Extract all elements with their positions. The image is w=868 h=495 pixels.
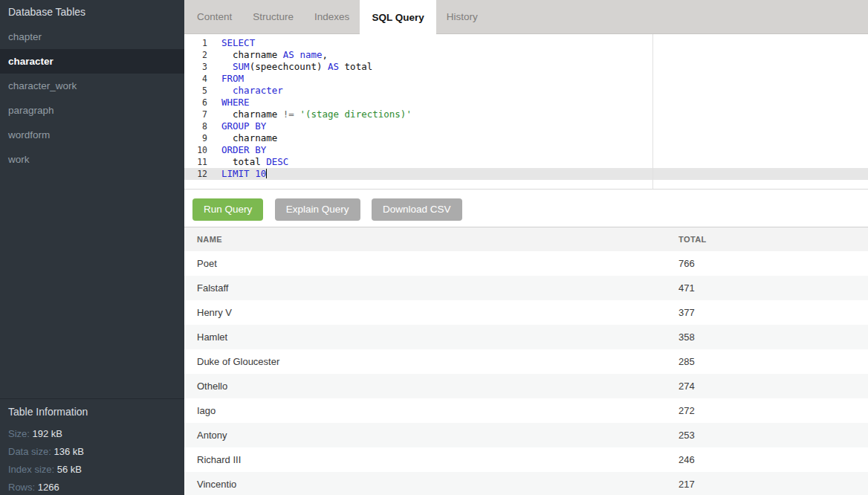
cell-name: Iago [184, 398, 666, 423]
code-text: ORDER BY [214, 144, 266, 156]
line-number: 2 [184, 49, 214, 61]
cell-name: Henry V [184, 300, 666, 325]
table-info-title: Table Information [8, 406, 176, 418]
table-row[interactable]: Henry V377 [184, 300, 868, 325]
cell-name: Hamlet [184, 325, 666, 349]
code-token: GROUP BY [221, 120, 266, 132]
sidebar-title: Database Tables [0, 0, 184, 25]
code-token: '(stage directions)' [299, 109, 412, 120]
line-number: 4 [184, 73, 214, 85]
table-row[interactable]: Vincentio217 [184, 472, 868, 495]
code-token: AS [283, 49, 294, 60]
line-number: 11 [184, 156, 214, 168]
cell-name: Duke of Gloucester [184, 349, 666, 374]
stat-label: Rows: [8, 482, 38, 493]
line-number: 10 [184, 144, 214, 156]
editor-line: 11 total DESC [184, 156, 868, 168]
stat-line: Data size: 136 kB [8, 443, 176, 461]
code-token: name [299, 49, 322, 60]
table-row[interactable]: Richard III246 [184, 447, 868, 472]
results-section: NAME TOTAL Poet766Falstaff471Henry V377H… [184, 227, 868, 495]
download-csv-button[interactable]: Download CSV [372, 198, 462, 221]
table-info-stats: Size: 192 kBData size: 136 kBIndex size:… [8, 425, 176, 495]
code-token: charname [221, 132, 277, 143]
editor-line: 1SELECT [184, 37, 868, 49]
code-text: character [214, 85, 283, 97]
line-number: 12 [184, 168, 214, 180]
main-panel: ContentStructureIndexesSQL QueryHistory … [184, 0, 868, 495]
editor-line: 6WHERE [184, 97, 868, 109]
cell-total: 217 [666, 472, 868, 495]
text-cursor [266, 169, 267, 178]
run-query-button[interactable]: Run Query [192, 198, 263, 221]
code-token: charname [221, 109, 283, 120]
cell-name: Antony [184, 423, 666, 447]
line-number: 9 [184, 132, 214, 144]
tab-bar: ContentStructureIndexesSQL QueryHistory [184, 0, 868, 34]
tab-content[interactable]: Content [187, 0, 242, 33]
code-token: LIMIT [221, 168, 250, 179]
code-text: SUM(speechcount) AS total [214, 61, 372, 73]
code-token: charname [221, 49, 283, 60]
code-token: total [339, 61, 372, 72]
cell-total: 272 [666, 398, 868, 423]
sidebar-item-character_work[interactable]: character_work [0, 74, 184, 98]
code-text: SELECT [214, 37, 255, 49]
cell-total: 471 [666, 276, 868, 300]
table-row[interactable]: Duke of Gloucester285 [184, 349, 868, 374]
code-token [221, 61, 233, 72]
table-row[interactable]: Iago272 [184, 398, 868, 423]
column-header-name[interactable]: NAME [184, 227, 666, 251]
sidebar-item-wordform[interactable]: wordform [0, 123, 184, 147]
editor-line: 2 charname AS name, [184, 49, 868, 61]
code-token: DESC [266, 156, 288, 167]
cell-total: 766 [666, 251, 868, 276]
editor-line: 4FROM [184, 73, 868, 85]
tab-history[interactable]: History [436, 0, 488, 33]
table-row[interactable]: Poet766 [184, 251, 868, 276]
code-text: FROM [214, 73, 244, 85]
line-number: 7 [184, 109, 214, 120]
table-row[interactable]: Hamlet358 [184, 325, 868, 349]
sidebar-item-chapter[interactable]: chapter [0, 25, 184, 49]
cell-name: Falstaff [184, 276, 666, 300]
column-header-total[interactable]: TOTAL [666, 227, 868, 251]
cell-name: Poet [184, 251, 666, 276]
table-row[interactable]: Antony253 [184, 423, 868, 447]
code-token: (speechcount) [250, 61, 328, 72]
code-token: != [283, 109, 294, 120]
table-row[interactable]: Othello274 [184, 374, 868, 398]
stat-line: Rows: 1266 [8, 479, 176, 495]
stat-line: Size: 192 kB [8, 425, 176, 443]
cell-name: Richard III [184, 447, 666, 472]
explain-query-button[interactable]: Explain Query [275, 198, 360, 221]
stat-line: Index size: 56 kB [8, 461, 176, 479]
cell-total: 246 [666, 447, 868, 472]
tab-sql-query[interactable]: SQL Query [360, 0, 435, 34]
table-row[interactable]: Falstaff471 [184, 276, 868, 300]
line-number: 3 [184, 61, 214, 73]
results-table: NAME TOTAL Poet766Falstaff471Henry V377H… [184, 227, 868, 495]
code-token: character [233, 85, 283, 96]
code-token: AS [328, 61, 339, 72]
tab-structure[interactable]: Structure [242, 0, 304, 33]
sidebar-item-paragraph[interactable]: paragraph [0, 98, 184, 123]
code-token: FROM [221, 73, 244, 84]
stat-label: Index size: [8, 464, 57, 475]
table-info-panel: Table Information Size: 192 kBData size:… [0, 398, 184, 495]
stat-value: 192 kB [33, 428, 62, 439]
code-token: total [221, 156, 266, 167]
sidebar-item-character[interactable]: character [0, 49, 184, 74]
cell-total: 274 [666, 374, 868, 398]
code-token: SUM [233, 61, 250, 72]
sidebar-item-work[interactable]: work [0, 147, 184, 172]
editor-line: 9 charname [184, 132, 868, 144]
code-text: charname != '(stage directions)' [214, 109, 412, 120]
code-token: ORDER BY [221, 144, 266, 155]
tab-indexes[interactable]: Indexes [304, 0, 360, 33]
code-token: 10 [255, 168, 266, 179]
sql-editor[interactable]: 1SELECT2 charname AS name,3 SUM(speechco… [184, 34, 868, 190]
line-number: 8 [184, 120, 214, 132]
sidebar: Database Tables chaptercharactercharacte… [0, 0, 184, 495]
code-token: , [323, 49, 328, 60]
